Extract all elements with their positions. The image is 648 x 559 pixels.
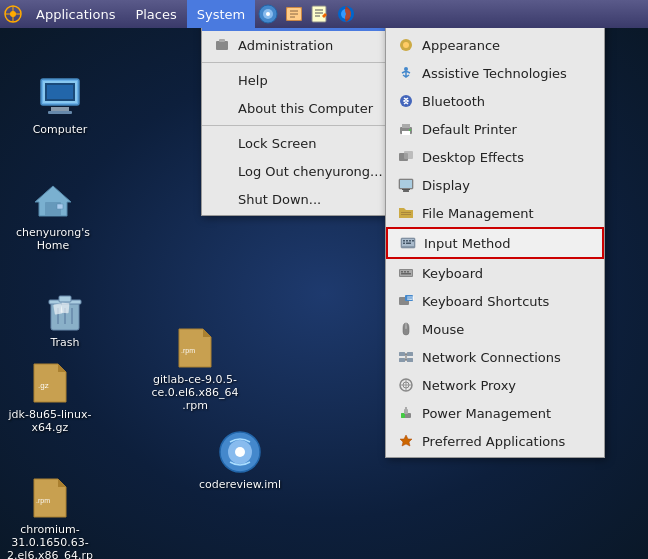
edit-icon[interactable]: [310, 4, 330, 24]
mouse-icon: [396, 319, 416, 339]
network-connections-item[interactable]: Network Connections: [386, 343, 604, 371]
about-icon: [212, 98, 232, 118]
svg-point-47: [400, 95, 412, 107]
svg-point-78: [405, 326, 407, 328]
firefox-icon[interactable]: [336, 4, 356, 24]
input-method-label: Input Method: [424, 236, 511, 251]
mouse-label: Mouse: [422, 322, 464, 337]
input-method-item[interactable]: Input Method: [386, 227, 604, 259]
svg-rect-59: [401, 214, 411, 215]
keyboard-shortcuts-item[interactable]: ⌨ Keyboard Shortcuts: [386, 287, 604, 315]
display-label: Display: [422, 178, 470, 193]
svg-rect-49: [402, 124, 410, 128]
book-icon[interactable]: [284, 4, 304, 24]
system-label: System: [197, 7, 245, 22]
svg-rect-41: [216, 41, 228, 50]
preferred-apps-item[interactable]: Preferred Applications: [386, 427, 604, 455]
display-item[interactable]: Display: [386, 171, 604, 199]
keyboard-icon: [396, 263, 416, 283]
system-menu-button[interactable]: System: [187, 0, 255, 28]
preferences-submenu: About Me Appearance Assistive Technologi…: [385, 0, 605, 458]
preferred-apps-label: Preferred Applications: [422, 434, 565, 449]
menu-sep-2: [202, 125, 403, 126]
network-connections-icon: [396, 347, 416, 367]
preferred-icon: [396, 431, 416, 451]
effects-item[interactable]: Desktop Effects: [386, 143, 604, 171]
taskbar: Applications Places System: [0, 0, 648, 28]
svg-rect-42: [219, 39, 225, 42]
power-label: Power Management: [422, 406, 551, 421]
svg-point-4: [266, 12, 270, 16]
appearance-item[interactable]: Appearance: [386, 31, 604, 59]
svg-rect-63: [406, 240, 408, 242]
svg-rect-81: [399, 358, 405, 362]
power-icon: [396, 403, 416, 423]
menu-sep-1: [202, 62, 403, 63]
bluetooth-icon: [396, 91, 416, 111]
help-menu-item[interactable]: Help: [202, 66, 403, 94]
network-proxy-item[interactable]: Network Proxy: [386, 371, 604, 399]
svg-rect-66: [406, 243, 411, 245]
svg-rect-82: [407, 358, 413, 362]
administration-icon: [212, 35, 232, 55]
svg-point-45: [403, 42, 409, 48]
applications-menu[interactable]: Applications: [26, 0, 125, 28]
network-proxy-label: Network Proxy: [422, 378, 516, 393]
menu-overlay: Preferences ▶ Administration ▶ Help Abou…: [0, 0, 648, 559]
system-dropdown-menu: Preferences ▶ Administration ▶ Help Abou…: [201, 0, 404, 216]
svg-rect-57: [402, 189, 410, 190]
logout-menu-item[interactable]: Log Out chenyurong...: [202, 157, 403, 185]
svg-rect-50: [402, 131, 410, 135]
lock-icon: [212, 133, 232, 153]
printer-item[interactable]: Default Printer: [386, 115, 604, 143]
filemanager-icon: [396, 203, 416, 223]
svg-rect-10: [312, 6, 326, 22]
system-icon: [4, 5, 22, 23]
svg-rect-72: [407, 271, 409, 273]
printer-icon: [396, 119, 416, 139]
about-computer-label: About this Computer: [238, 101, 373, 116]
help-label: Help: [238, 73, 268, 88]
about-computer-menu-item[interactable]: About this Computer: [202, 94, 403, 122]
svg-point-51: [409, 129, 411, 131]
shutdown-menu-item[interactable]: Shut Down...: [202, 185, 403, 213]
effects-icon: [396, 147, 416, 167]
svg-rect-65: [403, 243, 405, 245]
svg-point-1: [10, 11, 16, 17]
shutdown-icon: [212, 189, 232, 209]
svg-rect-80: [407, 352, 413, 356]
effects-label: Desktop Effects: [422, 150, 524, 165]
svg-rect-55: [400, 180, 412, 188]
network-proxy-icon: [396, 375, 416, 395]
mouse-item[interactable]: Mouse: [386, 315, 604, 343]
svg-rect-53: [404, 151, 413, 159]
network-connections-label: Network Connections: [422, 350, 561, 365]
svg-rect-70: [401, 271, 403, 273]
svg-rect-62: [403, 240, 405, 242]
svg-rect-71: [404, 271, 406, 273]
places-menu[interactable]: Places: [125, 0, 186, 28]
svg-rect-93: [405, 407, 407, 410]
keyboard-item[interactable]: Keyboard: [386, 259, 604, 287]
keyboard-label: Keyboard: [422, 266, 483, 281]
svg-rect-73: [401, 273, 411, 275]
bluetooth-label: Bluetooth: [422, 94, 485, 109]
logout-label: Log Out chenyurong...: [238, 164, 383, 179]
places-label: Places: [135, 7, 176, 22]
svg-rect-67: [412, 240, 414, 242]
power-item[interactable]: Power Management: [386, 399, 604, 427]
printer-label: Default Printer: [422, 122, 517, 137]
help-icon: [212, 70, 232, 90]
browser-icon[interactable]: [258, 4, 278, 24]
svg-rect-79: [399, 352, 405, 356]
bluetooth-item[interactable]: Bluetooth: [386, 87, 604, 115]
keyboard-shortcuts-icon: ⌨: [396, 291, 416, 311]
filemanager-item[interactable]: File Management: [386, 199, 604, 227]
filemanager-label: File Management: [422, 206, 534, 221]
svg-rect-56: [403, 190, 409, 192]
assistive-label: Assistive Technologies: [422, 66, 567, 81]
lock-screen-menu-item[interactable]: Lock Screen: [202, 129, 403, 157]
administration-menu-item[interactable]: Administration ▶: [202, 31, 403, 59]
assistive-item[interactable]: Assistive Technologies: [386, 59, 604, 87]
administration-label: Administration: [238, 38, 333, 53]
